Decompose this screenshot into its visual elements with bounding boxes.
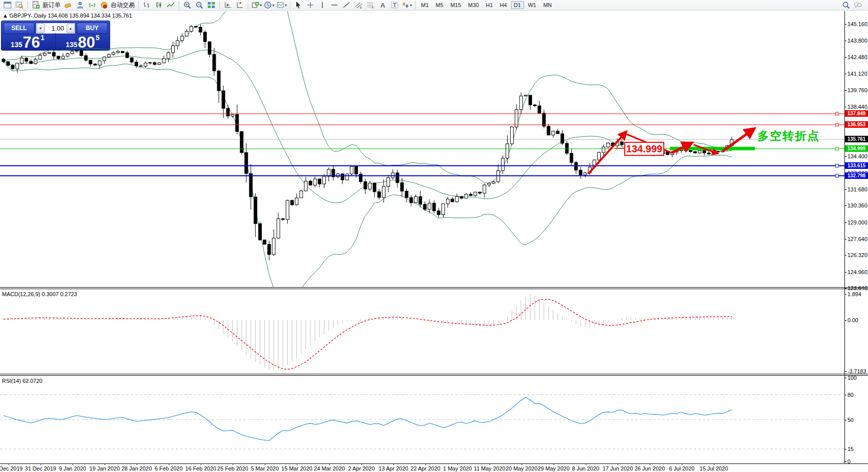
timeframe-m1[interactable]: M1	[418, 1, 431, 9]
axis-label: 15	[847, 446, 853, 452]
candle-body	[217, 71, 220, 91]
chart-shift-icon[interactable]	[234, 0, 246, 10]
main-macd-separator[interactable]	[0, 287, 868, 288]
date-tick	[9, 463, 9, 465]
new-order-label[interactable]: 新订单	[43, 1, 61, 10]
data-window-icon[interactable]	[14, 0, 26, 10]
trend-arrow-0[interactable]	[588, 132, 626, 174]
axis-tick	[844, 449, 846, 449]
candle-body	[598, 152, 601, 160]
axis-label: 129.000	[847, 219, 867, 225]
timeframe-mn[interactable]: MN	[540, 1, 555, 9]
macd-panel[interactable]	[0, 290, 844, 374]
date-tick	[522, 463, 522, 465]
fibonacci-tool-icon[interactable]: F	[364, 0, 376, 10]
history-center-icon[interactable]	[62, 0, 74, 10]
accounts-icon[interactable]	[74, 0, 86, 10]
candle-body	[506, 144, 509, 158]
main-chart[interactable]	[0, 11, 844, 287]
macd-rsi-separator[interactable]	[0, 374, 868, 374]
candle-body	[117, 51, 120, 52]
candle-body	[80, 51, 83, 56]
candle-body	[213, 54, 216, 71]
candlestick-mode-icon[interactable]	[153, 0, 165, 10]
horizontal-line-tool-icon[interactable]	[328, 0, 340, 10]
trendline-tool-icon[interactable]	[340, 0, 352, 10]
level-handle[interactable]	[835, 164, 838, 167]
candle-body	[2, 59, 5, 62]
price-badge-134.999: 134.999	[845, 145, 868, 152]
candle-body	[377, 192, 380, 197]
candle-body	[698, 150, 701, 153]
equidistant-channel-tool-icon[interactable]: E	[352, 0, 364, 10]
candle-body	[30, 61, 33, 64]
candle-body	[226, 108, 229, 116]
cursor-tool-icon[interactable]	[292, 0, 304, 10]
signals-icon[interactable]	[86, 0, 98, 10]
add-indicator-icon[interactable]: ▾	[250, 0, 263, 10]
date-label: 6 Feb 2020	[155, 465, 183, 471]
axis-tick	[844, 74, 846, 74]
rsi-panel[interactable]	[0, 376, 844, 463]
timeframe-d1[interactable]: D1	[511, 1, 524, 9]
candle-body	[153, 63, 156, 65]
periods-icon[interactable]: ▾	[263, 0, 275, 10]
candle-body	[290, 200, 293, 205]
timeframe-m15[interactable]: M15	[448, 1, 464, 9]
tile-windows-icon[interactable]	[205, 0, 217, 10]
chat-icon[interactable]	[852, 0, 864, 10]
date-tick	[169, 463, 169, 465]
candle-body	[94, 64, 97, 65]
axis-label: 142.480	[847, 54, 867, 60]
candle-body	[382, 186, 385, 197]
autotrading-icon[interactable]	[98, 0, 110, 10]
crosshair-tool-icon[interactable]	[304, 0, 316, 10]
candle-body	[258, 223, 261, 240]
turning-point-annotation[interactable]: 多空转折点	[757, 128, 820, 144]
date-tick	[586, 463, 586, 465]
label-tool-icon[interactable]: T	[388, 0, 400, 10]
auto-scroll-icon[interactable]	[222, 0, 234, 10]
zoom-out-icon[interactable]	[193, 0, 205, 10]
autotrading-label[interactable]: 自动交易	[111, 1, 135, 10]
date-label: 2 Apr 2020	[348, 465, 374, 471]
level-handle[interactable]	[835, 112, 838, 115]
timeframe-w1[interactable]: W1	[525, 1, 540, 9]
new-order-icon[interactable]	[30, 0, 42, 10]
zoom-in-icon[interactable]	[181, 0, 193, 10]
level-handle[interactable]	[835, 123, 838, 126]
candle-body	[199, 27, 202, 32]
candle-body	[501, 158, 504, 171]
timeframe-m30[interactable]: M30	[465, 1, 482, 9]
date-tick	[554, 463, 554, 465]
candle-body	[126, 53, 129, 58]
timeframe-m5[interactable]: M5	[432, 1, 446, 9]
candle-body	[236, 114, 239, 131]
axis-tick	[844, 156, 846, 157]
candle-body	[130, 58, 133, 62]
templates-icon[interactable]: ▾	[275, 0, 288, 10]
timeframe-h1[interactable]: H1	[483, 1, 496, 9]
macd-rsi-separator2[interactable]	[0, 375, 868, 376]
candle-body	[7, 62, 10, 65]
date-tick	[329, 463, 330, 465]
dropdown-caret-icon: ▾	[260, 3, 262, 8]
date-tick	[618, 463, 618, 465]
price-box-annotation[interactable]: 134.999	[624, 142, 664, 156]
level-handle[interactable]	[835, 174, 838, 177]
search-icon[interactable]	[840, 0, 852, 10]
candle-body	[89, 60, 92, 64]
shapes-tool-icon[interactable]: ▾	[400, 0, 413, 10]
bar-chart-mode-icon[interactable]	[141, 0, 153, 10]
macd-signal-line	[4, 299, 732, 369]
axis-tick	[844, 24, 846, 25]
vertical-line-tool-icon[interactable]	[316, 0, 328, 10]
text-tool-icon[interactable]: A	[376, 0, 388, 10]
bollinger-lower-band	[4, 62, 732, 287]
timeframe-h4[interactable]: H4	[497, 1, 510, 9]
candle-body	[144, 63, 147, 66]
charts-window-icon[interactable]	[2, 0, 14, 10]
line-chart-mode-icon[interactable]	[165, 0, 177, 10]
level-handle[interactable]	[835, 147, 838, 150]
main-macd-separator2[interactable]	[0, 289, 868, 289]
